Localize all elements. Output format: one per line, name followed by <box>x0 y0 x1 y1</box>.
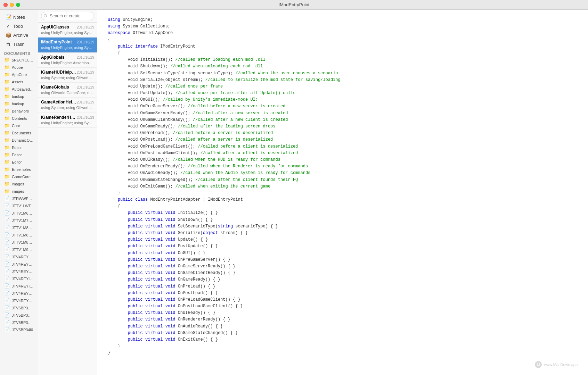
note-item-igameglobals[interactable]: IGameGlobals 2018/10/29 using Offworld.G… <box>38 83 97 98</box>
code-line: public virtual void OnPreLoad() { } <box>108 283 578 290</box>
sidebar-folder-jtv4reygf[interactable]: 📄JTV4REYGF... <box>0 260 38 268</box>
folder-label: backup <box>12 102 24 106</box>
code-line: void OnPreGameServer(); //called before … <box>108 103 578 110</box>
sidebar-folder-dynamicqu[interactable]: 📁DynamicQu... <box>0 136 38 144</box>
sidebar-item-trash[interactable]: 🗑 Trash <box>1 40 36 49</box>
sidebar-folder-jttv1m8d[interactable]: 📄JTTV1M8D... <box>0 231 38 239</box>
sidebar-folder-images2[interactable]: 📁images <box>0 188 38 195</box>
sidebar-item-archive[interactable]: 📦 Archive <box>1 31 36 40</box>
folder-label: Core <box>12 124 20 128</box>
sidebar-folder-appcore[interactable]: 📁AppCore <box>0 71 38 78</box>
note-title: IModEntryPoint <box>41 40 72 44</box>
maximize-button[interactable] <box>16 3 20 7</box>
content-area[interactable]: using UnityEngine;using System.Collectio… <box>97 10 588 375</box>
folder-label: Assets <box>12 80 23 84</box>
sidebar-folder-jtv4rey9l[interactable]: 📄JTV4REY9L... <box>0 253 38 260</box>
sidebar-folder-ensembles[interactable]: 📁Ensembles <box>0 166 38 173</box>
sidebar-folder-images1[interactable]: 📁images <box>0 180 38 188</box>
note-title: IGameHUDHelpers <box>41 70 77 75</box>
note-item-igamehudhelpers[interactable]: IGameHUDHelpers 2018/10/29 using System;… <box>38 68 97 83</box>
sidebar-folder-jttv1m9s[interactable]: 📄JTTV1M9S... <box>0 246 38 253</box>
folder-list: 📁$RECYCLE...📁Adobe📁AppCore📁Assets📁Autosa… <box>0 56 38 333</box>
code-line: void Update(); //called once per frame <box>108 83 578 90</box>
sidebar-folder-adobe[interactable]: 📁Adobe <box>0 64 38 71</box>
folder-icon: 📁 <box>4 57 10 62</box>
window-title: IModEntryPoint <box>279 2 310 7</box>
note-item-igamerenderhelpers[interactable]: IGameRenderHelpers 2018/10/29 using Unit… <box>38 113 97 128</box>
sidebar-folder-jttv1lwt[interactable]: 📄JTTV1LWT... <box>0 202 38 209</box>
folder-label: JTRWWFXK... <box>12 197 34 201</box>
sidebar-folder-core[interactable]: 📁Core <box>0 122 38 129</box>
sidebar-folder-autosaved[interactable]: 📁Autosaved C... <box>0 85 38 93</box>
panel-middle: AppUIClasses 2018/10/29 using UnityEngin… <box>38 10 97 375</box>
note-date: 2018/10/29 <box>77 85 94 89</box>
folder-label: JTV4REY9L... <box>12 255 34 259</box>
sidebar-folder-jtv4reyks[interactable]: 📄JTV4REYKS... <box>0 297 38 304</box>
folder-label: Editor <box>12 145 22 150</box>
folder-label: Editor <box>12 153 22 157</box>
folder-icon: 📁 <box>4 101 10 106</box>
sidebar-folder-editor3[interactable]: 📁Editor <box>0 158 38 166</box>
folder-icon: 📄 <box>4 196 10 201</box>
code-line: void Serialize(object stream); //called … <box>108 77 578 83</box>
folder-icon: 📁 <box>4 189 10 194</box>
close-button[interactable] <box>3 3 8 7</box>
code-line: } <box>108 350 578 356</box>
note-item-gameactionhelpers[interactable]: GameActionHelpers 2018/10/29 using Syste… <box>38 98 97 112</box>
code-line: public virtual void OnPostLoad() { } <box>108 290 578 297</box>
note-list: AppUIClasses 2018/10/29 using UnityEngin… <box>38 23 97 375</box>
sidebar-folder-jttv1m8s[interactable]: 📄JTTV1M8S... <box>0 239 38 246</box>
sidebar-folder-jtv5bp34i[interactable]: 📄JTV5BP34i0 <box>0 326 38 333</box>
code-line: { <box>108 203 578 210</box>
folder-icon: 📁 <box>4 138 10 143</box>
folder-icon: 📄 <box>4 254 10 259</box>
sidebar-folder-contents[interactable]: 📁Contents <box>0 115 38 122</box>
note-item-imodentrypoint[interactable]: IModEntryPoint 2018/10/29 using UnityEng… <box>38 38 97 52</box>
code-line: public virtual void OnPreLoadGameClient(… <box>108 297 578 303</box>
code-line: public virtual void OnGameServerReady() … <box>108 263 578 270</box>
sidebar-folder-jttv1m8o[interactable]: 📄JTTV1M8O... <box>0 224 38 231</box>
sidebar-folder-gamecore[interactable]: 📁GameCore <box>0 173 38 180</box>
sidebar-folder-jtv5bp33p[interactable]: 📄JTV5BP33P... <box>0 311 38 319</box>
sidebar-folder-backup2[interactable]: 📁backup <box>0 100 38 107</box>
sidebar-folder-jtv4reyhp[interactable]: 📄JTV4REYHP... <box>0 268 38 275</box>
code-line: void OnGameClientReady(); //called after… <box>108 117 578 123</box>
sidebar-folder-editor2[interactable]: 📁Editor <box>0 151 38 158</box>
minimize-button[interactable] <box>10 3 14 7</box>
code-line: public virtual void OnUIReady() { } <box>108 310 578 316</box>
folder-icon: 📁 <box>4 145 10 150</box>
folder-label: JTV5BP334... <box>12 306 34 310</box>
code-line: void OnPostLoad(); //called after a serv… <box>108 136 578 143</box>
sidebar-folder-recycle[interactable]: 📁$RECYCLE... <box>0 56 38 64</box>
sidebar-folder-jtv4reyiu[interactable]: 📄JTV4REYIU... <box>0 282 38 290</box>
code-line: public virtual void Serialize(object str… <box>108 230 578 236</box>
sidebar-folder-jttv1m7g[interactable]: 📄JTTV1M7G... <box>0 217 38 224</box>
folder-icon: 📁 <box>4 181 10 186</box>
sidebar-folder-backup1[interactable]: 📁backup <box>0 93 38 100</box>
folder-label: JTV4REYIU... <box>12 284 34 288</box>
sidebar-folder-jtrwwfxk[interactable]: 📄JTRWWFXK... <box>0 195 38 202</box>
sidebar-item-label: Trash <box>13 42 25 47</box>
sidebar-item-notes[interactable]: 📝 Notes <box>1 12 36 22</box>
sidebar-folder-assets[interactable]: 📁Assets <box>0 78 38 85</box>
note-preview: using System; using Offworld.SystemCore;… <box>41 75 94 80</box>
search-bar <box>38 10 97 23</box>
folder-icon: 📁 <box>4 72 10 77</box>
sidebar-item-todo[interactable]: ✓ Todo <box>1 22 36 31</box>
sidebar-folder-jtv5bp334[interactable]: 📄JTV5BP334... <box>0 304 38 311</box>
code-line: public virtual void SetScenarioType(stri… <box>108 223 578 230</box>
sidebar-folder-documents[interactable]: 📁Documents <box>0 129 38 136</box>
sidebar-folder-jtv4reyi4[interactable]: 📄JTV4REYI41... <box>0 275 38 282</box>
search-input[interactable] <box>41 12 94 20</box>
folder-label: Ensembles <box>12 167 31 172</box>
code-line: public virtual void OnRendererReady() { … <box>108 316 578 323</box>
sidebar-folder-jttv1m6o[interactable]: 📄JTTV1M6O... <box>0 209 38 217</box>
folder-icon: 📄 <box>4 320 10 325</box>
sidebar-folder-editor1[interactable]: 📁Editor <box>0 144 38 151</box>
note-preview: using UnityEngine.Assertions; using Offw… <box>41 60 94 65</box>
sidebar-folder-jtv5bp33q[interactable]: 📄JTV5BP33Q... <box>0 319 38 326</box>
note-item-appglobals[interactable]: AppGlobals 2018/10/29 using UnityEngine.… <box>38 53 97 68</box>
note-item-appuiclasses[interactable]: AppUIClasses 2018/10/29 using UnityEngin… <box>38 23 97 38</box>
sidebar-folder-jtv4reyjq[interactable]: 📄JTV4REYJQ... <box>0 290 38 297</box>
sidebar-folder-behaviors[interactable]: 📁Behaviors <box>0 107 38 115</box>
